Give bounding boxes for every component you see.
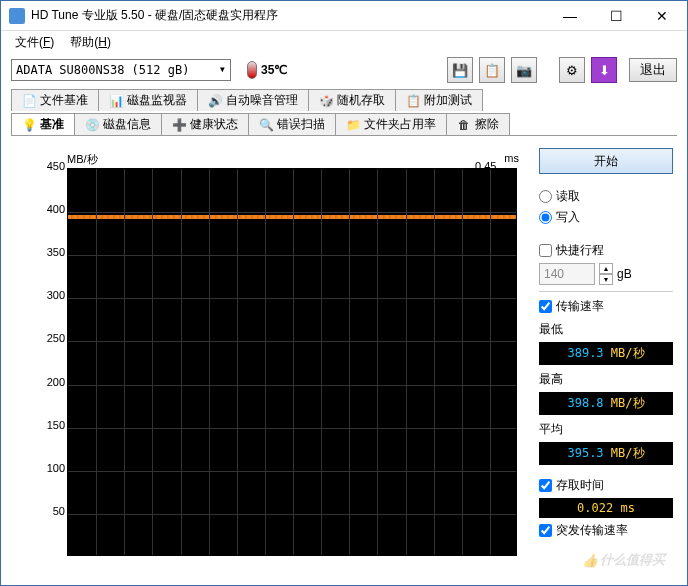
tabs-row-1: 📄文件基准📊磁盘监视器🔊自动噪音管理🎲随机存取📋附加测试 (1, 87, 687, 111)
tab-icon: 🗑 (457, 118, 471, 132)
write-radio[interactable]: 写入 (539, 209, 673, 226)
options-button[interactable]: ⚙ (559, 57, 585, 83)
max-value: 398.8 MB/秒 (539, 392, 673, 415)
tab-附加测试[interactable]: 📋附加测试 (395, 89, 483, 111)
access-time-value: 0.022 ms (539, 498, 673, 518)
exit-button[interactable]: 退出 (629, 58, 677, 82)
window-title: HD Tune 专业版 5.50 - 硬盘/固态硬盘实用程序 (31, 7, 547, 24)
read-radio[interactable]: 读取 (539, 188, 673, 205)
tab-icon: 📄 (22, 94, 36, 108)
tab-擦除[interactable]: 🗑擦除 (446, 113, 510, 135)
app-icon (9, 8, 25, 24)
tab-磁盘信息[interactable]: 💿磁盘信息 (74, 113, 162, 135)
screenshot-button[interactable]: 📷 (511, 57, 537, 83)
menubar: 文件(F) 帮助(H) (1, 31, 687, 53)
tab-文件基准[interactable]: 📄文件基准 (11, 89, 99, 111)
save-button[interactable]: 💾 (447, 57, 473, 83)
tabs-row-2: 💡基准💿磁盘信息➕健康状态🔍错误扫描📁文件夹占用率🗑擦除 (1, 111, 687, 135)
tab-错误扫描[interactable]: 🔍错误扫描 (248, 113, 336, 135)
drive-select[interactable]: ADATA SU800NS38 (512 gB) (11, 59, 231, 81)
plot-area (67, 168, 517, 556)
toolbar: ADATA SU800NS38 (512 gB) 35℃ 💾 📋 📷 ⚙ ⬇ 退… (1, 53, 687, 87)
burst-rate-checkbox[interactable]: 突发传输速率 (539, 522, 673, 539)
thermometer-icon (247, 61, 257, 79)
tab-icon: 📋 (406, 94, 420, 108)
tab-磁盘监视器[interactable]: 📊磁盘监视器 (98, 89, 198, 111)
tab-随机存取[interactable]: 🎲随机存取 (308, 89, 396, 111)
min-value: 389.3 MB/秒 (539, 342, 673, 365)
chart-wrap: MB/秒 ms 45040035030025020015010050 0.450… (15, 146, 535, 571)
titlebar: HD Tune 专业版 5.50 - 硬盘/固态硬盘实用程序 — ☐ ✕ (1, 1, 687, 31)
minimize-to-tray-button[interactable]: ⬇ (591, 57, 617, 83)
tab-icon: 📊 (109, 94, 123, 108)
access-time-checkbox[interactable]: 存取时间 (539, 477, 673, 494)
y-axis-left: 45040035030025020015010050 (39, 160, 67, 556)
tab-icon: 🎲 (319, 94, 333, 108)
tab-自动噪音管理[interactable]: 🔊自动噪音管理 (197, 89, 309, 111)
min-label: 最低 (539, 321, 673, 338)
tab-icon: 🔊 (208, 94, 222, 108)
temperature-display: 35℃ (247, 61, 287, 79)
menu-file[interactable]: 文件(F) (9, 32, 60, 53)
tab-文件夹占用率[interactable]: 📁文件夹占用率 (335, 113, 447, 135)
tab-基准[interactable]: 💡基准 (11, 113, 75, 135)
avg-label: 平均 (539, 421, 673, 438)
size-field: 140 (539, 263, 595, 285)
benchmark-chart: MB/秒 ms 45040035030025020015010050 0.450… (15, 146, 503, 556)
start-button[interactable]: 开始 (539, 148, 673, 174)
content-area: MB/秒 ms 45040035030025020015010050 0.450… (11, 135, 677, 575)
side-panel: 开始 读取 写入 快捷行程 140 ▴▾ gB 传输速率 最低 389.3 MB… (539, 146, 673, 571)
size-unit: gB (617, 267, 632, 281)
short-stroke-size: 140 ▴▾ gB (539, 263, 673, 285)
tab-icon: 💿 (85, 118, 99, 132)
tab-健康状态[interactable]: ➕健康状态 (161, 113, 249, 135)
transfer-rate-line (68, 215, 516, 219)
watermark: 👍什么值得买 (582, 551, 665, 569)
y-axis-left-label: MB/秒 (67, 152, 98, 167)
tab-icon: 📁 (346, 118, 360, 132)
tab-icon: ➕ (172, 118, 186, 132)
y-axis-right-label: ms (504, 152, 519, 164)
menu-help[interactable]: 帮助(H) (64, 32, 117, 53)
tab-icon: 💡 (22, 118, 36, 132)
copy-button[interactable]: 📋 (479, 57, 505, 83)
tab-icon: 🔍 (259, 118, 273, 132)
short-stroke-checkbox[interactable]: 快捷行程 (539, 242, 673, 259)
avg-value: 395.3 MB/秒 (539, 442, 673, 465)
max-label: 最高 (539, 371, 673, 388)
size-spinner[interactable]: ▴▾ (599, 263, 613, 285)
transfer-rate-checkbox[interactable]: 传输速率 (539, 298, 673, 315)
maximize-button[interactable]: ☐ (593, 1, 639, 31)
minimize-button[interactable]: — (547, 1, 593, 31)
close-button[interactable]: ✕ (639, 1, 685, 31)
